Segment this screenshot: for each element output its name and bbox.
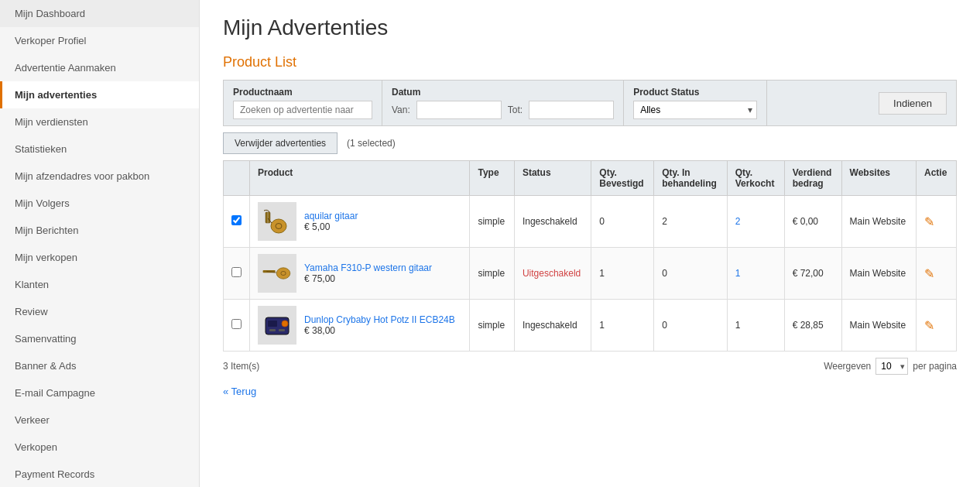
sidebar-item-payment-records[interactable]: Payment Records: [0, 461, 199, 487]
status-label: Product Status: [633, 87, 757, 98]
filter-status: Product Status Alles Ingeschakeld Uitges…: [624, 81, 767, 125]
sidebar-item-email-campaign[interactable]: E-mail Campagne: [0, 379, 199, 406]
row-checkbox[interactable]: [231, 267, 242, 277]
col-type: Type: [470, 161, 514, 196]
table-header-row: Product Type Status Qty.Bevestigd Qty. I…: [224, 161, 957, 196]
product-name-input[interactable]: [233, 101, 372, 119]
sidebar-item-banner-ads[interactable]: Banner & Ads: [0, 352, 199, 379]
qty-processing: 0: [654, 300, 728, 352]
product-info: aquilar gitaar€ 5,00: [304, 211, 358, 232]
table-row: Yamaha F310-P western gitaar€ 75,00simpl…: [224, 248, 957, 300]
product-image: [258, 202, 296, 241]
product-table: Product Type Status Qty.Bevestigd Qty. I…: [223, 160, 957, 352]
selected-count: (1 selected): [347, 138, 396, 149]
svg-rect-10: [268, 321, 277, 327]
per-page-wrapper: 10 25 50: [875, 358, 908, 375]
table-row: Dunlop Crybaby Hot Potz II ECB24B€ 38,00…: [224, 300, 957, 352]
from-label: Van:: [392, 105, 410, 115]
product-price: € 75,00: [304, 273, 335, 284]
back-link[interactable]: « Terug: [223, 386, 256, 397]
sidebar-item-dashboard[interactable]: Mijn Dashboard: [0, 0, 199, 27]
product-name-link[interactable]: aquilar gitaar: [304, 211, 358, 221]
svg-point-11: [282, 321, 288, 327]
row-checkbox-cell: [224, 196, 250, 248]
sidebar-item-earnings[interactable]: Mijn verdiensten: [0, 108, 199, 135]
qty-confirmed: 1: [591, 248, 654, 300]
sidebar-item-sell[interactable]: Verkopen: [0, 434, 199, 461]
product-price: € 38,00: [304, 325, 335, 336]
qty-processing: 0: [654, 248, 728, 300]
filter-bar: Productnaam Datum Van: Tot: Product Stat…: [223, 80, 957, 126]
status-select-wrapper: Alles Ingeschakeld Uitgeschakeld: [633, 101, 757, 119]
sidebar-item-clients[interactable]: Klanten: [0, 271, 199, 298]
sidebar-item-traffic[interactable]: Verkeer: [0, 406, 199, 434]
section-title: Product List: [223, 54, 957, 70]
per-page-select[interactable]: 10 25 50: [875, 358, 908, 375]
product-name-link[interactable]: Dunlop Crybaby Hot Potz II ECB24B: [304, 314, 455, 325]
qty-sold-link[interactable]: 2: [735, 216, 741, 227]
status-cell: Ingeschakeld: [514, 300, 591, 352]
website: Main Website: [841, 248, 916, 300]
col-qty-processing: Qty. Inbehandeling: [654, 161, 728, 196]
product-cell: aquilar gitaar€ 5,00: [250, 196, 470, 248]
earned-amount: € 0,00: [784, 196, 841, 248]
product-type: simple: [470, 300, 514, 352]
svg-rect-13: [279, 329, 285, 331]
edit-icon[interactable]: ✎: [924, 215, 934, 228]
col-qty-confirmed: Qty.Bevestigd: [591, 161, 654, 196]
date-to-input[interactable]: [529, 101, 614, 119]
sidebar-item-address[interactable]: Mijn afzendadres voor pakbon: [0, 163, 199, 190]
edit-icon[interactable]: ✎: [924, 319, 934, 332]
col-status: Status: [514, 161, 591, 196]
main-content: Mijn Advertenties Product List Productna…: [200, 0, 980, 487]
sidebar-item-profile[interactable]: Verkoper Profiel: [0, 27, 199, 54]
filter-submit-area: Indienen: [869, 81, 956, 125]
sidebar-item-summary[interactable]: Samenvatting: [0, 325, 199, 352]
sidebar-item-create-ad[interactable]: Advertentie Aanmaken: [0, 54, 199, 81]
qty-confirmed: 0: [591, 196, 654, 248]
product-cell-inner: Dunlop Crybaby Hot Potz II ECB24B€ 38,00: [258, 306, 461, 345]
col-checkbox: [224, 161, 250, 196]
product-cell-inner: Yamaha F310-P western gitaar€ 75,00: [258, 254, 461, 293]
product-name-link[interactable]: Yamaha F310-P western gitaar: [304, 262, 432, 273]
row-checkbox-cell: [224, 300, 250, 352]
sidebar: Mijn DashboardVerkoper ProfielAdvertenti…: [0, 0, 200, 487]
pagination-area: Weergeven 10 25 50 per pagina: [824, 358, 957, 375]
table-row: aquilar gitaar€ 5,00simpleIngeschakeld02…: [224, 196, 957, 248]
row-checkbox[interactable]: [231, 319, 242, 329]
product-cell-inner: aquilar gitaar€ 5,00: [258, 202, 461, 241]
col-websites: Websites: [841, 161, 916, 196]
sidebar-item-sales[interactable]: Mijn verkopen: [0, 244, 199, 271]
sidebar-item-messages[interactable]: Mijn Berichten: [0, 217, 199, 244]
action-cell: ✎: [917, 196, 957, 248]
qty-confirmed: 1: [591, 300, 654, 352]
product-type: simple: [470, 196, 514, 248]
date-from-input[interactable]: [416, 101, 502, 119]
status-cell: Ingeschakeld: [514, 196, 591, 248]
edit-icon[interactable]: ✎: [924, 267, 934, 280]
product-cell: Dunlop Crybaby Hot Potz II ECB24B€ 38,00: [250, 300, 470, 352]
qty-sold-cell: 1: [727, 248, 784, 300]
submit-button[interactable]: Indienen: [879, 92, 947, 115]
sidebar-item-review[interactable]: Review: [0, 298, 199, 325]
filter-product-name: Productnaam: [224, 81, 382, 125]
sidebar-item-statistics[interactable]: Statistieken: [0, 135, 199, 163]
qty-sold-cell: 2: [727, 196, 784, 248]
col-earned: Verdiendbedrag: [784, 161, 841, 196]
sidebar-item-followers[interactable]: Mijn Volgers: [0, 190, 199, 217]
row-checkbox[interactable]: [231, 215, 242, 225]
product-info: Dunlop Crybaby Hot Potz II ECB24B€ 38,00: [304, 314, 455, 336]
product-cell: Yamaha F310-P western gitaar€ 75,00: [250, 248, 470, 300]
product-status: Ingeschakeld: [523, 216, 577, 227]
to-label: Tot:: [508, 105, 523, 115]
svg-point-2: [271, 219, 286, 233]
svg-rect-12: [269, 329, 276, 331]
product-status: Ingeschakeld: [523, 320, 577, 331]
qty-sold-link[interactable]: 1: [735, 268, 741, 279]
earned-amount: € 28,85: [784, 300, 841, 352]
product-name-label: Productnaam: [233, 87, 372, 98]
qty-processing: 2: [654, 196, 728, 248]
status-select[interactable]: Alles Ingeschakeld Uitgeschakeld: [633, 101, 757, 119]
delete-button[interactable]: Verwijder advertenties: [223, 132, 338, 154]
sidebar-item-my-ads[interactable]: Mijn advertenties: [0, 81, 199, 108]
